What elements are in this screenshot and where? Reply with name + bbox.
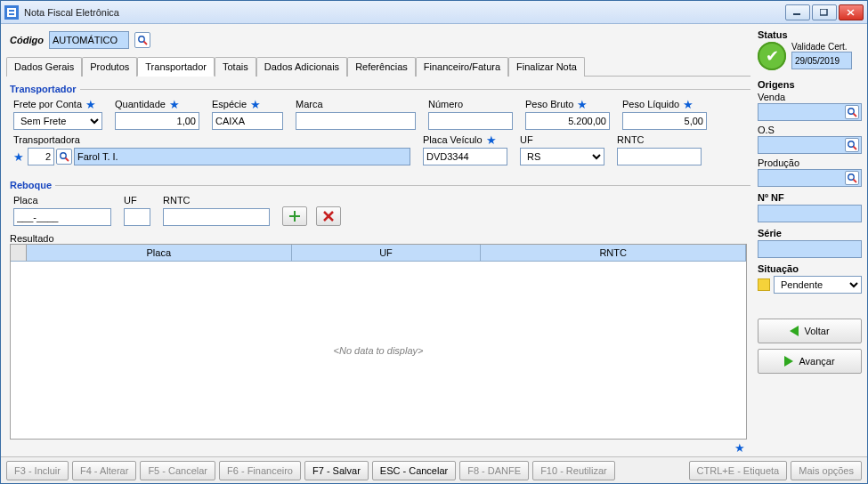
group-transportador-title: Transportador: [10, 84, 77, 94]
add-reboque-button[interactable]: [282, 206, 307, 226]
avancar-button[interactable]: Avançar: [758, 349, 862, 374]
svg-line-9: [143, 42, 147, 45]
mais-opcoes-button[interactable]: Mais opções: [791, 461, 862, 480]
star-icon: ★: [250, 98, 261, 111]
svg-line-17: [854, 114, 857, 117]
placa-veic-input[interactable]: [423, 148, 507, 165]
svg-rect-5: [820, 9, 827, 15]
row-handle-col: [11, 245, 27, 261]
f8-danfe-button[interactable]: F8 - DANFE: [459, 461, 529, 480]
search-icon: [847, 173, 857, 183]
ctrle-etiqueta-button[interactable]: CTRL+E - Etiqueta: [689, 461, 788, 480]
f6-financeiro-button[interactable]: F6 - Financeiro: [219, 461, 301, 480]
f7-salvar-button[interactable]: F7 - Salvar: [304, 461, 369, 480]
svg-line-19: [854, 147, 857, 150]
numero-input[interactable]: [428, 112, 513, 130]
status-title: Status: [758, 29, 862, 40]
svg-point-16: [848, 109, 854, 114]
close-button[interactable]: [839, 4, 864, 20]
f4-alterar-button[interactable]: F4 - Alterar: [72, 461, 136, 480]
minimize-button[interactable]: [785, 4, 810, 20]
divider: [55, 185, 750, 186]
tab-dados-gerais[interactable]: Dados Gerais: [6, 57, 82, 77]
especie-label: Espécie: [212, 99, 247, 109]
codigo-lookup-button[interactable]: [134, 32, 150, 48]
col-placa[interactable]: Placa: [27, 245, 292, 261]
quantidade-input[interactable]: [115, 112, 199, 130]
marca-label: Marca: [296, 99, 323, 109]
especie-input[interactable]: [212, 112, 283, 130]
tab-finalizar-nota[interactable]: Finalizar Nota: [508, 57, 585, 77]
producao-lookup-button[interactable]: [845, 171, 859, 185]
tab-financeiro-fatura[interactable]: Financeiro/Fatura: [416, 57, 508, 77]
peso-bruto-input[interactable]: [525, 112, 610, 130]
search-icon: [847, 107, 857, 117]
reboque-table: Placa UF RNTC <No data to display>: [10, 244, 747, 440]
tab-dados-adicionais[interactable]: Dados Adicionais: [256, 57, 347, 77]
venda-lookup-button[interactable]: [845, 105, 859, 119]
col-rntc[interactable]: RNTC: [481, 245, 746, 261]
svg-point-10: [61, 153, 66, 158]
f10-reutilizar-button[interactable]: F10 - Reutilizar: [532, 461, 615, 480]
x-icon: [323, 211, 334, 222]
marca-input[interactable]: [296, 112, 416, 130]
svg-point-8: [139, 36, 144, 42]
star-icon: ★: [734, 441, 745, 455]
svg-line-11: [66, 158, 69, 162]
svg-rect-13: [289, 215, 300, 217]
voltar-button[interactable]: Voltar: [758, 319, 862, 343]
transportadora-id-input[interactable]: [28, 148, 54, 165]
star-icon: ★: [85, 98, 96, 111]
f5-cancelar-button[interactable]: F5 - Cancelar: [140, 461, 215, 480]
cert-label: Validade Cert.: [791, 42, 852, 52]
serie-label: Série: [758, 228, 862, 238]
tab-transportador[interactable]: Transportador: [137, 57, 215, 77]
maximize-button[interactable]: [812, 4, 837, 20]
peso-liquido-label: Peso Líquido: [622, 99, 679, 109]
voltar-label: Voltar: [804, 326, 829, 336]
svg-rect-4: [793, 13, 800, 15]
col-uf[interactable]: UF: [292, 245, 482, 261]
rntc-input[interactable]: [617, 148, 702, 165]
peso-liquido-input[interactable]: [622, 112, 707, 130]
svg-rect-3: [9, 13, 14, 15]
os-label: O.S: [758, 125, 775, 135]
star-icon: ★: [169, 98, 180, 111]
search-icon: [59, 151, 69, 162]
tab-totais[interactable]: Totais: [215, 57, 256, 77]
window-title: Nota Fiscal Eletrônica: [24, 7, 785, 18]
tab-produtos[interactable]: Produtos: [82, 57, 137, 77]
f3-incluir-button[interactable]: F3 - Incluir: [6, 461, 69, 480]
origens-title: Origens: [758, 79, 862, 90]
reboque-uf-input[interactable]: [124, 208, 150, 226]
transportadora-name: Farol T. I.: [74, 148, 410, 165]
svg-point-20: [848, 174, 854, 180]
tab-bar: Dados Gerais Produtos Transportador Tota…: [6, 56, 750, 77]
quantidade-label: Quantidade: [115, 99, 166, 109]
codigo-value: AUTOMÁTICO: [49, 31, 129, 49]
venda-label: Venda: [758, 92, 785, 102]
search-icon: [137, 35, 148, 45]
tab-referencias[interactable]: Referências: [347, 57, 416, 77]
placa-veic-label: Placa Veículo: [423, 134, 483, 145]
reboque-placa-input[interactable]: [13, 208, 111, 226]
remove-reboque-button[interactable]: [316, 206, 341, 226]
esc-cancelar-button[interactable]: ESC - Cancelar: [372, 461, 456, 480]
os-lookup-button[interactable]: [845, 138, 859, 152]
producao-field: [758, 169, 862, 187]
uf-select[interactable]: RS: [520, 148, 604, 165]
uf-label: UF: [520, 134, 533, 145]
venda-field: [758, 103, 862, 121]
arrow-left-icon: [790, 326, 799, 336]
reboque-rntc-input[interactable]: [163, 208, 270, 226]
codigo-label: Código: [10, 35, 44, 45]
transportadora-lookup-button[interactable]: [56, 149, 72, 165]
svg-point-18: [848, 141, 854, 147]
nonf-field: [758, 205, 862, 222]
check-circle-icon: ✔: [758, 42, 786, 70]
svg-rect-2: [9, 10, 14, 12]
star-icon: ★: [13, 150, 24, 164]
frete-select[interactable]: Sem Frete: [13, 112, 102, 130]
situacao-select[interactable]: Pendente: [774, 276, 862, 294]
divider: [80, 89, 750, 90]
